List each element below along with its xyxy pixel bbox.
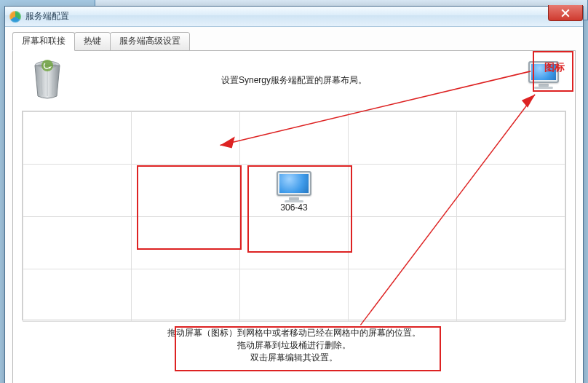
grid-cell[interactable] — [23, 112, 132, 165]
monitor-icon — [528, 61, 559, 83]
screen-label: 306-43 — [241, 202, 347, 213]
placed-screen[interactable]: 306-43 — [241, 171, 347, 213]
grid-cell[interactable] — [132, 165, 240, 217]
grid-cell[interactable] — [457, 165, 565, 217]
grid-cell[interactable] — [240, 269, 349, 322]
grid-cell[interactable] — [457, 112, 565, 165]
grid-cell[interactable] — [23, 217, 132, 269]
grid-cell[interactable] — [457, 217, 565, 269]
help-line: 拖动屏幕到垃圾桶进行删除。 — [13, 339, 575, 352]
grid-cell[interactable] — [132, 112, 240, 165]
monitor-base — [534, 87, 553, 89]
tabstrip: 屏幕和联接 热键 服务端高级设置 — [12, 33, 576, 50]
grid-cell[interactable] — [240, 112, 349, 165]
grid-cell[interactable] — [23, 269, 132, 322]
tab-advanced[interactable]: 服务端高级设置 — [110, 32, 190, 51]
grid-cell[interactable]: 306-43 — [240, 165, 349, 217]
grid-cell[interactable] — [240, 217, 349, 269]
header-row: 设置Synergy服务端配置的屏幕布局。 — [22, 58, 566, 109]
window-title: 服务端配置 — [25, 10, 69, 23]
tab-hotkeys[interactable]: 热键 — [74, 32, 111, 51]
close-icon — [561, 9, 570, 17]
screen-grid[interactable]: 306-43 — [22, 111, 566, 320]
titlebar[interactable]: 服务端配置 — [5, 7, 583, 27]
help-line: 拖动屏幕（图标）到网格中或者移动已经在网格中的屏幕的位置。 — [13, 327, 575, 339]
grid-cell[interactable] — [349, 269, 457, 322]
grid-cell[interactable] — [457, 269, 565, 322]
grid-cell[interactable] — [23, 165, 132, 217]
help-text: 拖动屏幕（图标）到网格中或者移动已经在网格中的屏幕的位置。 拖动屏幕到垃圾桶进行… — [13, 327, 575, 364]
svg-point-7 — [41, 60, 53, 71]
server-config-dialog: 服务端配置 屏幕和联接 热键 服务端高级设置 — [4, 6, 584, 383]
tab-screens[interactable]: 屏幕和联接 — [12, 32, 75, 51]
grid-cell[interactable] — [132, 217, 240, 269]
grid-cell[interactable] — [349, 217, 457, 269]
grid-cell[interactable] — [349, 112, 457, 165]
grid-cell[interactable] — [132, 269, 240, 322]
new-screen-source[interactable] — [525, 61, 562, 89]
app-icon — [9, 11, 21, 23]
help-line: 双击屏幕编辑其设置。 — [13, 352, 575, 364]
tab-panel-screens: 设置Synergy服务端配置的屏幕布局。 — [12, 50, 576, 383]
grid-cell[interactable] — [349, 165, 457, 217]
monitor-icon — [277, 171, 311, 196]
dialog-client-area: 屏幕和联接 热键 服务端高级设置 — [5, 27, 583, 383]
layout-instruction: 设置Synergy服务端配置的屏幕布局。 — [22, 74, 566, 87]
close-button[interactable] — [548, 5, 583, 21]
